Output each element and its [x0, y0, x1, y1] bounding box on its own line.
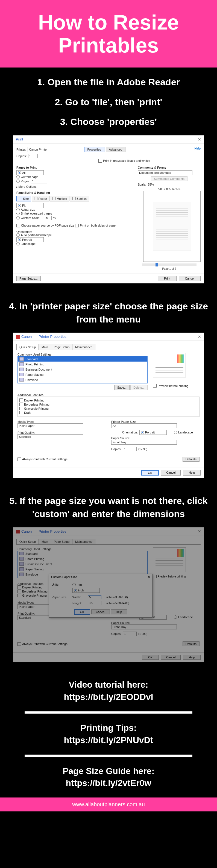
- defaults-button[interactable]: Defaults: [183, 457, 199, 462]
- paper-size-label: Paper Size: [52, 595, 71, 599]
- tab-page-setup[interactable]: Page Setup: [51, 539, 73, 545]
- settings-list[interactable]: Standard Photo Printing Business Documen…: [18, 356, 148, 383]
- ok-button[interactable]: OK: [74, 609, 90, 615]
- print-button[interactable]: Print: [158, 276, 177, 281]
- help-button[interactable]: Help: [183, 470, 200, 475]
- portrait-radio[interactable]: Portrait: [17, 237, 44, 242]
- duplex-checkbox[interactable]: Duplex Printing: [20, 399, 44, 402]
- borderless-checkbox[interactable]: Borderless Printing: [20, 403, 50, 406]
- shrink-radio[interactable]: Shrink oversized pages: [17, 212, 52, 215]
- paper-size-select[interactable]: A5: [111, 423, 177, 428]
- comments-select[interactable]: Document and Markups: [138, 170, 192, 175]
- tab-main[interactable]: Main: [38, 344, 51, 350]
- list-item[interactable]: Envelope: [18, 377, 147, 382]
- fit-radio[interactable]: Fit: [17, 203, 44, 208]
- current-radio[interactable]: Current page: [17, 175, 38, 179]
- size-tab[interactable]: Size: [17, 196, 31, 202]
- list-item[interactable]: Photo Printing: [18, 362, 147, 367]
- booklet-icon: [72, 197, 76, 200]
- both-sides-checkbox[interactable]: Print on both sides of paper: [75, 224, 117, 227]
- tab-quick-setup[interactable]: Quick Setup: [17, 539, 39, 545]
- height-label: Height:: [72, 601, 86, 605]
- inch-radio[interactable]: inch: [72, 588, 100, 593]
- width-input[interactable]: [88, 595, 101, 599]
- close-icon[interactable]: ✕: [198, 137, 201, 142]
- scale-label: Scale:: [138, 183, 146, 186]
- printer-select[interactable]: Canon Printer: [28, 147, 82, 152]
- additional-label: Additional Features: [18, 393, 199, 397]
- comments-label: Comments & Forms: [138, 166, 200, 169]
- tab-page-setup[interactable]: Page Setup: [51, 344, 73, 350]
- poster-icon: [34, 197, 37, 200]
- multiple-icon: [53, 197, 56, 200]
- cancel-button[interactable]: Cancel: [91, 610, 110, 614]
- guide-label: Page Size Guide here:: [8, 765, 209, 777]
- tab-quick-setup[interactable]: Quick Setup: [17, 344, 39, 350]
- close-icon[interactable]: ✕: [198, 529, 201, 533]
- source-label: Paper Source:: [111, 436, 199, 440]
- footer-links: Video tutorial here: https://bit.ly/2EOD…: [0, 671, 217, 798]
- summarize-button[interactable]: Summarize Comments: [151, 176, 187, 181]
- portrait-radio[interactable]: Portrait: [140, 430, 167, 435]
- tab-maintenance[interactable]: Maintenance: [72, 539, 95, 545]
- tab-main[interactable]: Main: [38, 539, 51, 545]
- header: How to Resize Printables: [0, 0, 217, 67]
- page-setup-button[interactable]: Page Setup...: [17, 276, 41, 281]
- canon-icon: [16, 530, 20, 533]
- height-input[interactable]: [88, 601, 101, 606]
- pdf-source-checkbox[interactable]: Choose paper source by PDF page size: [17, 224, 74, 227]
- delete-button[interactable]: Delete...: [130, 385, 148, 390]
- media-type-label: Media Type:: [18, 420, 106, 423]
- custom-size-popup: Custom Paper Size ✕ Units: mm inch Paper…: [49, 574, 153, 618]
- cancel-button[interactable]: Cancel: [161, 470, 181, 475]
- close-icon[interactable]: ✕: [198, 335, 201, 339]
- step-3: 3. Choose 'properties': [8, 115, 209, 128]
- list-item[interactable]: Business Document: [18, 367, 147, 372]
- multiple-tab[interactable]: Multiple: [50, 196, 69, 202]
- help-link[interactable]: Help: [194, 147, 200, 150]
- printer-label: Printer:: [17, 148, 26, 151]
- close-icon[interactable]: ✕: [148, 575, 150, 579]
- mm-radio[interactable]: mm: [72, 583, 82, 586]
- video-url: https://bit.ly/2EODDvl: [8, 691, 209, 703]
- cancel-button[interactable]: Cancel: [179, 276, 200, 281]
- units-label: Units:: [52, 583, 71, 586]
- booklet-tab[interactable]: Booklet: [70, 196, 89, 202]
- props-title: Canon Printer Properties: [16, 529, 66, 534]
- list-item[interactable]: Standard: [18, 356, 147, 362]
- grayscale-checkbox[interactable]: Grayscale Printing: [20, 407, 49, 410]
- custom-scale-input[interactable]: [42, 216, 52, 220]
- ok-button[interactable]: OK: [141, 470, 159, 475]
- zoom-slider[interactable]: [142, 264, 196, 266]
- grayscale-checkbox[interactable]: Print in grayscale (black and white): [98, 159, 150, 163]
- actual-radio[interactable]: Actual size: [17, 208, 35, 211]
- always-checkbox[interactable]: Always Print with Current Settings: [18, 458, 67, 461]
- page-count: Page 1 of 2: [138, 267, 200, 270]
- save-button[interactable]: Save...: [114, 385, 129, 390]
- poster-tab[interactable]: Poster: [32, 196, 50, 202]
- list-item[interactable]: Paper Saving: [18, 372, 147, 377]
- copies-input[interactable]: [28, 154, 38, 158]
- quality-select[interactable]: Standard: [18, 434, 83, 439]
- divider: [25, 711, 192, 714]
- auto-orient-radio[interactable]: Auto portrait/landscape: [17, 234, 52, 237]
- all-radio[interactable]: All: [17, 170, 44, 175]
- preview-checkbox[interactable]: Preview before printing: [153, 384, 189, 388]
- media-select[interactable]: Plain Paper: [18, 423, 83, 428]
- draft-checkbox[interactable]: Draft: [20, 411, 31, 414]
- landscape-radio[interactable]: Landscape: [17, 242, 35, 245]
- print-dialog: Print ✕ Printer: Canon Printer Propertie…: [13, 135, 204, 283]
- more-options[interactable]: More Options: [17, 185, 132, 188]
- copies-input[interactable]: [123, 447, 137, 451]
- properties-button[interactable]: Properties: [84, 147, 104, 152]
- pages-radio[interactable]: Pages: [17, 180, 29, 183]
- sizing-label: Page Sizing & Handling: [17, 191, 132, 194]
- landscape-radio[interactable]: Landscape: [174, 431, 193, 434]
- pages-input[interactable]: [31, 179, 47, 183]
- custom-scale-radio[interactable]: Custom Scale:: [17, 216, 40, 219]
- tab-maintenance[interactable]: Maintenance: [72, 344, 95, 350]
- source-select[interactable]: Front Tray: [111, 440, 177, 445]
- help-button[interactable]: Help: [111, 610, 127, 614]
- video-label: Video tutorial here:: [8, 679, 209, 691]
- advanced-button[interactable]: Advanced: [106, 147, 125, 152]
